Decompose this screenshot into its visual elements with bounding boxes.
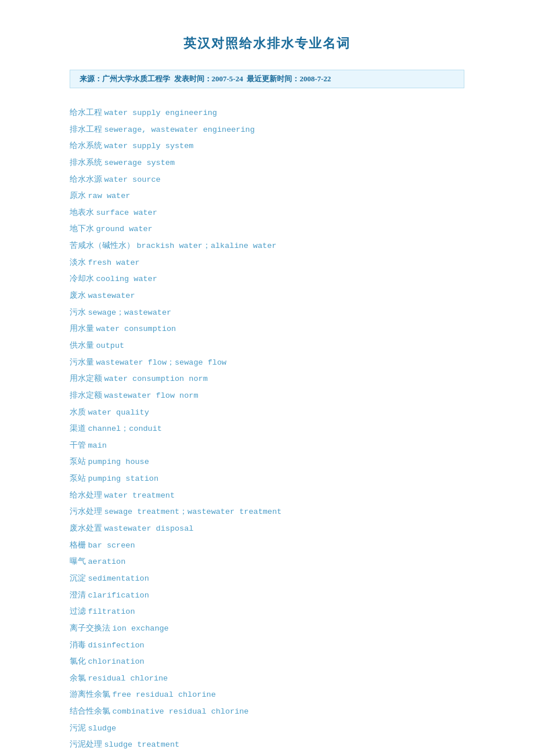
term-en: water supply system	[104, 142, 194, 150]
term-zh: 供水量	[70, 341, 96, 350]
term-en: fresh water	[88, 258, 140, 267]
list-item: 用水定额 water consumption norm	[70, 370, 464, 387]
term-zh: 过滤	[70, 607, 88, 615]
term-zh: 澄清	[70, 591, 88, 599]
source-bar: 来源：广州大学水质工程学 发表时间：2007-5-24 最近更新时间：2008-…	[70, 70, 464, 88]
term-en: bar screen	[88, 541, 135, 550]
list-item: 用水量 water consumption	[70, 321, 464, 337]
list-item: 地表水 surface water	[70, 204, 464, 221]
list-item: 余氯 residual chlorine	[70, 670, 464, 687]
term-en: water quality	[88, 408, 149, 417]
term-zh: 废水处置	[70, 524, 104, 532]
list-item: 渠道 channel；conduit	[70, 420, 464, 437]
publish-label: 发表时间：	[174, 74, 212, 83]
term-zh: 排水定额	[70, 391, 104, 399]
update-date: 2008-7-22	[300, 74, 331, 83]
term-zh: 消毒	[70, 640, 88, 649]
list-item: 污水 sewage；wastewater	[70, 304, 464, 321]
list-item: 给水工程 water supply engineering	[70, 105, 464, 121]
term-en: disinfection	[88, 641, 145, 650]
term-en: main	[88, 441, 107, 450]
list-item: 原水 raw water	[70, 188, 464, 204]
term-en: sewage；wastewater	[88, 308, 172, 317]
term-zh: 污水处理	[70, 507, 104, 516]
list-item: 排水系统 sewerage system	[70, 154, 464, 171]
page-title: 英汉对照给水排水专业名词	[70, 35, 464, 52]
term-en: channel；conduit	[88, 424, 162, 433]
list-item: 离子交换法 ion exchange	[70, 620, 464, 637]
term-en: water source	[104, 175, 161, 184]
list-item: 澄清 clarification	[70, 587, 464, 604]
list-item: 格栅 bar screen	[70, 537, 464, 554]
term-en: pumping station	[88, 474, 159, 483]
list-item: 污泥 sludge	[70, 720, 464, 737]
list-item: 排水定额 wastewater flow norm	[70, 387, 464, 404]
term-en: free residual chlorine	[113, 690, 216, 699]
list-item: 污泥处理 sludge treatment	[70, 736, 464, 753]
term-zh: 给水工程	[70, 108, 104, 117]
term-en: aeration	[88, 557, 126, 566]
term-zh: 沉淀	[70, 574, 88, 582]
term-en: ion exchange	[113, 624, 169, 633]
list-item: 干管 main	[70, 437, 464, 454]
term-zh: 地表水	[70, 208, 96, 217]
source-name: 广州大学水质工程学	[102, 74, 170, 83]
term-zh: 用水量	[70, 324, 96, 333]
list-item: 消毒 disinfection	[70, 637, 464, 654]
term-en: ground water	[96, 225, 153, 233]
term-en: sewerage system	[104, 159, 175, 167]
list-item: 苦咸水（碱性水） brackish water；alkaline water	[70, 237, 464, 254]
list-item: 地下水 ground water	[70, 221, 464, 237]
term-zh: 排水工程	[70, 125, 104, 134]
list-item: 废水处置 wastewater disposal	[70, 520, 464, 537]
term-en: sewerage, wastewater engineering	[104, 125, 255, 134]
term-en: combinative residual chlorine	[113, 707, 249, 716]
term-en: output	[96, 341, 125, 350]
term-en: chlorination	[88, 657, 145, 666]
list-item: 污水量 wastewater flow；sewage flow	[70, 354, 464, 371]
term-zh: 游离性余氯	[70, 690, 113, 699]
term-zh: 用水定额	[70, 374, 104, 383]
term-en: water consumption norm	[104, 375, 208, 383]
list-item: 冷却水 cooling water	[70, 271, 464, 287]
term-en: wastewater flow；sewage flow	[96, 358, 227, 367]
term-en: filtration	[88, 607, 135, 616]
list-item: 游离性余氯 free residual chlorine	[70, 686, 464, 703]
term-en: sludge	[88, 724, 117, 733]
term-en: sewage treatment；wastewater treatment	[104, 507, 282, 516]
term-en: wastewater	[88, 291, 135, 300]
term-zh: 氯化	[70, 657, 88, 665]
list-item: 过滤 filtration	[70, 603, 464, 620]
list-item: 供水量 output	[70, 337, 464, 354]
term-en: brackish water；alkaline water	[137, 242, 277, 250]
term-zh: 排水系统	[70, 158, 104, 167]
term-zh: 水质	[70, 408, 88, 416]
list-item: 曝气 aeration	[70, 553, 464, 570]
list-item: 泵站 pumping house	[70, 453, 464, 470]
term-en: sludge treatment	[104, 740, 180, 749]
term-en: raw water	[88, 192, 131, 200]
term-zh: 干管	[70, 441, 88, 449]
list-item: 污水处理 sewage treatment；wastewater treatme…	[70, 503, 464, 520]
term-zh: 曝气	[70, 557, 88, 566]
term-en: wastewater disposal	[104, 524, 194, 533]
term-en: surface water	[96, 208, 157, 217]
term-zh: 格栅	[70, 541, 88, 549]
term-zh: 污泥处理	[70, 740, 104, 748]
list-item: 废水 wastewater	[70, 287, 464, 304]
term-en: wastewater flow norm	[104, 391, 199, 400]
term-en: sedimentation	[88, 574, 149, 583]
term-zh: 苦咸水（碱性水）	[70, 241, 137, 250]
term-zh: 原水	[70, 191, 88, 200]
term-zh: 冷却水	[70, 274, 96, 283]
list-item: 淡水 fresh water	[70, 254, 464, 271]
list-item: 给水处理 water treatment	[70, 487, 464, 504]
term-en: residual chlorine	[88, 674, 168, 683]
term-zh: 淡水	[70, 258, 88, 267]
term-zh: 渠道	[70, 424, 88, 433]
term-zh: 余氯	[70, 674, 88, 682]
term-zh: 泵站	[70, 474, 88, 483]
term-zh: 给水处理	[70, 491, 104, 499]
term-zh: 离子交换法	[70, 624, 113, 632]
term-zh: 污水	[70, 308, 88, 316]
